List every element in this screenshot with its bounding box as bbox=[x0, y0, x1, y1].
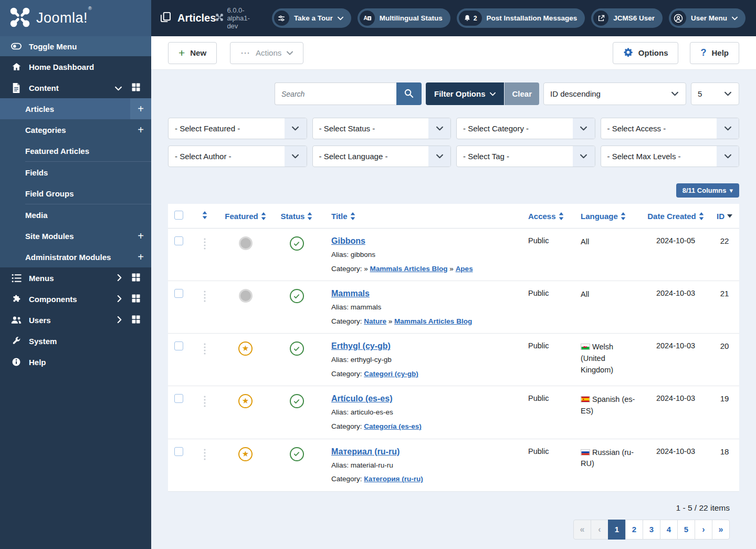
sidebar-item-content[interactable]: Content bbox=[0, 77, 151, 98]
column-header-status[interactable]: Status bbox=[281, 212, 313, 221]
filter-select[interactable]: - Select Max Levels - bbox=[601, 146, 740, 167]
drag-handle-icon[interactable] bbox=[204, 289, 206, 304]
published-status-icon[interactable] bbox=[290, 289, 304, 303]
column-header-language[interactable]: Language bbox=[581, 212, 626, 221]
sidebar-item-components[interactable]: Components bbox=[0, 288, 151, 309]
filter-select[interactable]: - Select Category - bbox=[456, 118, 595, 139]
category-link[interactable]: Mammals Articles Blog bbox=[394, 317, 472, 325]
new-button[interactable]: + New bbox=[168, 42, 217, 64]
row-checkbox[interactable] bbox=[174, 289, 183, 298]
post-installation-messages-button[interactable]: 2 Post Installation Messages bbox=[457, 8, 585, 28]
actions-button[interactable]: ⋯ Actions bbox=[230, 42, 303, 64]
help-button[interactable]: ? Help bbox=[690, 42, 739, 64]
column-header-access[interactable]: Access bbox=[528, 212, 564, 221]
menus-dashboard-grid-icon[interactable] bbox=[131, 273, 141, 284]
sidebar-item-featured-articles[interactable]: Featured Articles bbox=[0, 140, 151, 161]
category-link[interactable]: Categori (cy-gb) bbox=[364, 370, 418, 378]
category-link[interactable]: Категория (ru-ru) bbox=[364, 475, 423, 483]
page-2-button[interactable]: 2 bbox=[625, 520, 643, 540]
next-page-button[interactable]: › bbox=[695, 520, 712, 540]
row-checkbox[interactable] bbox=[174, 341, 183, 350]
new-admin-module-button[interactable]: + bbox=[130, 246, 151, 267]
article-title-link[interactable]: Gibbons bbox=[331, 236, 365, 245]
user-menu-button[interactable]: User Menu bbox=[669, 8, 746, 28]
article-title-link[interactable]: Материал (ru-ru) bbox=[331, 447, 400, 456]
sidebar-item-users[interactable]: Users bbox=[0, 309, 151, 330]
filter-select[interactable]: - Select Tag - bbox=[456, 146, 595, 167]
new-article-button[interactable]: + bbox=[130, 98, 151, 119]
plus-icon: + bbox=[178, 47, 185, 58]
unfeatured-icon[interactable] bbox=[239, 236, 253, 250]
site-preview-button[interactable]: JCMS6 User bbox=[591, 8, 663, 28]
featured-icon[interactable]: ★ bbox=[238, 341, 253, 356]
sidebar-item-home-dashboard[interactable]: Home Dashboard bbox=[0, 56, 151, 77]
sidebar-item-media[interactable]: Media bbox=[0, 204, 151, 225]
page-3-button[interactable]: 3 bbox=[643, 520, 660, 540]
category-link[interactable]: Apes bbox=[456, 265, 473, 273]
sidebar-item-field-groups[interactable]: Field Groups bbox=[0, 183, 151, 204]
filter-select[interactable]: - Select Status - bbox=[312, 118, 452, 139]
components-dashboard-grid-icon[interactable] bbox=[131, 294, 141, 305]
new-site-module-button[interactable]: + bbox=[130, 225, 151, 246]
search-input[interactable] bbox=[275, 82, 396, 105]
filter-select[interactable]: - Select Access - bbox=[601, 118, 740, 139]
column-header-featured[interactable]: Featured bbox=[225, 212, 266, 221]
options-button[interactable]: Options bbox=[613, 42, 679, 64]
row-checkbox[interactable] bbox=[174, 447, 183, 456]
list-limit-select[interactable]: 5 bbox=[691, 82, 739, 105]
previous-page-button[interactable]: ‹ bbox=[591, 520, 608, 540]
clear-button[interactable]: Clear bbox=[505, 82, 539, 105]
multilingual-status-button[interactable]: A Multilingual Status bbox=[358, 8, 450, 28]
drag-handle-icon[interactable] bbox=[204, 394, 206, 409]
category-link[interactable]: Categoría (es-es) bbox=[364, 422, 422, 430]
category-link[interactable]: Nature bbox=[364, 317, 386, 325]
published-status-icon[interactable] bbox=[290, 447, 304, 461]
sidebar-item-categories[interactable]: Categories + bbox=[0, 119, 151, 140]
column-header-id[interactable]: ID bbox=[717, 212, 732, 221]
filter-select[interactable]: - Select Language - bbox=[312, 146, 452, 167]
sidebar-item-site-modules[interactable]: Site Modules + bbox=[0, 225, 151, 246]
sidebar-item-articles[interactable]: Articles + bbox=[0, 98, 151, 119]
published-status-icon[interactable] bbox=[290, 236, 304, 251]
category-link[interactable]: Mammals Articles Blog bbox=[370, 265, 448, 273]
columns-toggle-button[interactable]: 8/11 Columns ▾ bbox=[676, 183, 739, 198]
article-title-link[interactable]: Artículo (es-es) bbox=[331, 394, 392, 403]
sidebar-item-administrator-modules[interactable]: Administrator Modules + bbox=[0, 246, 151, 267]
filter-options-button[interactable]: Filter Options bbox=[426, 82, 505, 105]
select-all-checkbox[interactable] bbox=[174, 211, 183, 220]
search-button[interactable] bbox=[396, 82, 422, 105]
chevron-down-icon bbox=[717, 83, 739, 105]
column-header-date-created[interactable]: Date Created bbox=[647, 212, 704, 221]
new-category-button[interactable]: + bbox=[130, 119, 151, 140]
sidebar-item-fields[interactable]: Fields bbox=[0, 162, 151, 183]
take-a-tour-button[interactable]: Take a Tour bbox=[272, 8, 351, 28]
first-page-button[interactable]: « bbox=[573, 520, 591, 540]
sidebar-item-menus[interactable]: Menus bbox=[0, 267, 151, 288]
last-page-button[interactable]: » bbox=[712, 520, 730, 540]
page-4-button[interactable]: 4 bbox=[660, 520, 678, 540]
sort-select[interactable]: ID descending bbox=[543, 82, 686, 105]
article-title-link[interactable]: Mammals bbox=[331, 289, 370, 298]
column-header-title[interactable]: Title bbox=[331, 212, 355, 221]
page-5-button[interactable]: 5 bbox=[677, 520, 695, 540]
drag-handle-icon[interactable] bbox=[204, 341, 206, 356]
published-status-icon[interactable] bbox=[290, 394, 304, 408]
filter-select[interactable]: - Select Featured - bbox=[168, 118, 307, 139]
page-1-button[interactable]: 1 bbox=[608, 520, 626, 540]
toggle-menu-button[interactable]: Toggle Menu bbox=[0, 36, 151, 56]
filter-select[interactable]: - Select Author - bbox=[168, 146, 307, 167]
article-title-link[interactable]: Erthygl (cy-gb) bbox=[331, 341, 391, 350]
content-dashboard-grid-icon[interactable] bbox=[131, 82, 141, 94]
drag-handle-icon[interactable] bbox=[204, 447, 206, 462]
ordering-sort-button[interactable] bbox=[202, 211, 207, 219]
featured-icon[interactable]: ★ bbox=[238, 447, 253, 461]
row-checkbox[interactable] bbox=[174, 236, 183, 245]
row-checkbox[interactable] bbox=[174, 394, 183, 403]
featured-icon[interactable]: ★ bbox=[238, 394, 253, 408]
sidebar-item-system[interactable]: System bbox=[0, 330, 151, 351]
unfeatured-icon[interactable] bbox=[239, 289, 253, 303]
users-dashboard-grid-icon[interactable] bbox=[131, 315, 141, 326]
published-status-icon[interactable] bbox=[290, 341, 304, 356]
drag-handle-icon[interactable] bbox=[204, 236, 206, 251]
sidebar-item-help[interactable]: Help bbox=[0, 351, 151, 372]
